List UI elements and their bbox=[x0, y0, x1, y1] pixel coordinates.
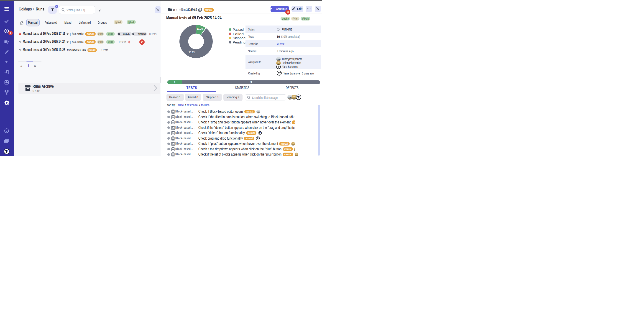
svg-text:?: ? bbox=[6, 129, 7, 132]
